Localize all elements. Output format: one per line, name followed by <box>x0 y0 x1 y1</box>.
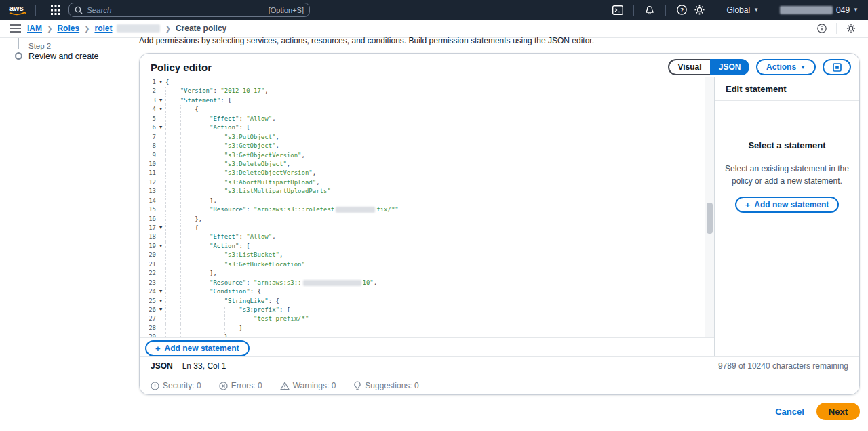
next-button[interactable]: Next <box>816 403 860 420</box>
code-line-content: "test-prefix/*" <box>165 314 714 323</box>
breadcrumb-link-role[interactable]: rolet <box>94 24 112 33</box>
indent-guide <box>195 151 210 160</box>
indent-guide <box>210 178 224 187</box>
indent-guide <box>195 133 210 142</box>
indent-guide <box>195 297 210 306</box>
add-new-statement-button[interactable]: + Add new statement <box>145 340 250 356</box>
line-number: 13 <box>140 187 156 196</box>
code-token: "Effect" <box>210 233 239 240</box>
line-number: 26 <box>140 306 156 314</box>
fold-toggle-icon[interactable]: ▼ <box>156 96 165 105</box>
fold-toggle-icon[interactable]: ▼ <box>156 78 165 87</box>
indent-guide <box>180 279 195 287</box>
policy-findings-bar: Security: 0 Errors: 0 Warnings: 0 Sugges… <box>140 375 859 395</box>
editor-scrollbar-track[interactable] <box>705 77 714 337</box>
select-statement-title: Select a statement <box>723 140 851 150</box>
line-number: 24 <box>140 287 156 296</box>
code-token: , <box>276 142 279 149</box>
json-toggle-button[interactable]: JSON <box>710 59 749 75</box>
indent-guide <box>195 324 210 333</box>
code-line: 10"s3:DeleteObject", <box>140 160 714 169</box>
fold-toggle-icon[interactable]: ▼ <box>156 242 165 251</box>
actions-dropdown-button[interactable]: Actions ▼ <box>756 59 816 75</box>
account-menu[interactable]: 049 ▼ <box>777 5 861 15</box>
fold-toggle-icon[interactable]: ▼ <box>156 123 165 132</box>
aws-logo-icon[interactable]: aws <box>8 3 28 17</box>
cancel-button[interactable]: Cancel <box>775 407 804 417</box>
top-navigation-bar: aws Search [Option+S] <box>0 0 868 20</box>
security-findings[interactable]: Security: 0 <box>151 381 201 390</box>
indent-guide <box>195 232 210 241</box>
indent-guide <box>195 333 210 337</box>
settings-gear-icon[interactable] <box>690 3 708 18</box>
code-token: , <box>313 169 316 176</box>
suggestions-findings[interactable]: Suggestions: 0 <box>353 381 418 390</box>
edit-statement-panel: Edit statement Select a statement Select… <box>714 77 859 356</box>
help-icon[interactable]: ? <box>673 3 690 18</box>
warnings-findings[interactable]: Warnings: 0 <box>280 381 336 390</box>
line-number: 14 <box>140 197 156 205</box>
code-token: : { <box>269 297 279 304</box>
redacted-text <box>336 207 375 213</box>
code-line-content: { <box>165 224 714 232</box>
line-number: 4 <box>140 105 156 114</box>
visual-json-toggle: Visual JSON <box>668 59 749 75</box>
status-mode-label: JSON <box>151 361 173 371</box>
indent-guide <box>180 133 195 142</box>
fold-spacer <box>156 160 165 169</box>
code-token: "Condition" <box>210 288 250 295</box>
indent-guide <box>165 205 180 214</box>
fold-spacer <box>156 232 165 241</box>
panel-add-new-statement-button[interactable]: + Add new statement <box>735 197 840 213</box>
indent-guide <box>210 151 224 160</box>
fold-spacer <box>156 205 165 214</box>
cloudshell-icon[interactable] <box>609 3 627 18</box>
step-2-radio[interactable] <box>15 52 22 60</box>
errors-findings[interactable]: Errors: 0 <box>219 381 262 390</box>
code-token: "s3:DeleteObject" <box>224 161 287 167</box>
fold-toggle-icon[interactable]: ▼ <box>156 105 165 114</box>
code-token: ], <box>210 270 217 276</box>
fold-toggle-icon[interactable]: ▼ <box>156 224 165 232</box>
breadcrumb: IAM ❯ Roles ❯ rolet ❯ Create policy <box>27 24 226 33</box>
code-line: 21"s3:GetBucketLocation" <box>140 260 714 269</box>
chevron-down-icon: ▼ <box>753 7 759 13</box>
code-token: fix/*" <box>376 206 399 213</box>
code-line-content: "s3:PutObject", <box>165 133 714 142</box>
region-selector[interactable]: Global ▼ <box>722 5 763 15</box>
line-number: 15 <box>140 205 156 214</box>
editor-scrollbar-thumb[interactable] <box>707 203 713 234</box>
code-token: "arn:aws:s3:: <box>254 279 301 286</box>
line-number: 11 <box>140 169 156 178</box>
code-line-content: "Version": "2012-10-17", <box>165 87 714 96</box>
json-code-editor[interactable]: 1▼{2"Version": "2012-10-17",3▼"Statement… <box>140 77 714 337</box>
code-token: "s3:AbortMultipartUpload" <box>224 179 316 186</box>
fold-toggle-icon[interactable]: ▼ <box>156 306 165 314</box>
breadcrumb-link-iam[interactable]: IAM <box>27 24 42 33</box>
indent-guide <box>165 287 180 296</box>
code-line: 4▼{ <box>140 105 714 114</box>
indent-guide <box>165 187 180 196</box>
code-token: , <box>374 279 377 286</box>
breadcrumb-separator: ❯ <box>47 25 52 33</box>
indent-guide <box>195 160 210 169</box>
step-title-link[interactable]: Review and create <box>28 52 99 61</box>
code-token: { <box>195 106 198 112</box>
search-input[interactable]: Search [Option+S] <box>68 3 310 17</box>
code-token: "test-prefix/*" <box>254 315 309 322</box>
visual-toggle-button[interactable]: Visual <box>668 59 710 75</box>
line-number: 3 <box>140 96 156 105</box>
split-panel-icon[interactable] <box>823 59 851 75</box>
panel-settings-gear-icon[interactable] <box>844 21 859 36</box>
code-line: 26▼"s3:prefix": [ <box>140 306 714 314</box>
fold-toggle-icon[interactable]: ▼ <box>156 297 165 306</box>
breadcrumb-link-roles[interactable]: Roles <box>57 24 79 33</box>
indent-guide <box>165 324 180 333</box>
indent-guide <box>165 133 180 142</box>
notifications-bell-icon[interactable] <box>641 3 658 18</box>
menu-hamburger-icon[interactable] <box>8 22 23 35</box>
info-icon[interactable] <box>814 21 829 36</box>
apps-grid-icon[interactable] <box>48 3 63 18</box>
fold-toggle-icon[interactable]: ▼ <box>156 287 165 296</box>
indent-guide <box>195 269 210 278</box>
